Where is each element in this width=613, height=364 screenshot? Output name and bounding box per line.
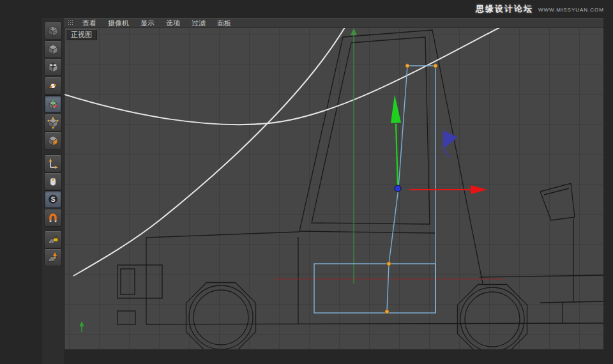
menu-item-view[interactable]: 查看 <box>77 19 102 27</box>
textured-cube-icon <box>47 24 59 37</box>
vertex-point <box>385 310 389 314</box>
view-axis-indicator <box>80 321 84 332</box>
move-gizmo[interactable] <box>391 95 487 194</box>
mouse-icon <box>47 175 59 188</box>
gizmo-z-handle[interactable] <box>443 130 458 157</box>
vertex-point <box>405 64 409 68</box>
mode-toolbar: S <box>42 18 64 364</box>
viewport-menubar: 查看 摄像机 显示 选项 过滤 面板 <box>64 18 603 28</box>
cube-icon <box>47 43 59 56</box>
car-wireframe <box>117 30 603 349</box>
menu-grip-icon[interactable] <box>68 20 73 26</box>
axis-icon <box>47 157 59 170</box>
menu-item-display[interactable]: 显示 <box>135 19 160 27</box>
toolbar-button-magnet-snap[interactable] <box>44 209 62 227</box>
cube-points-icon <box>47 116 59 129</box>
viewport-canvas[interactable] <box>64 28 603 349</box>
gizmo-center-handle[interactable] <box>395 185 401 192</box>
vertex-points[interactable] <box>385 64 437 314</box>
toolbar-button-points-mode[interactable] <box>44 114 62 132</box>
checker-plane-icon <box>47 79 59 92</box>
cube-face-icon <box>47 134 59 147</box>
toolbar-button-model-mode[interactable] <box>44 40 62 58</box>
vertex-point <box>387 262 391 266</box>
view-label[interactable]: 正视图 <box>66 29 97 40</box>
grid-lock-icon <box>47 233 59 246</box>
snap-sphere-icon: S <box>47 193 59 206</box>
viewport[interactable]: 正视图 <box>64 28 603 349</box>
menu-item-options[interactable]: 选项 <box>160 19 186 27</box>
guide-splines <box>64 28 508 276</box>
title-bar: 思缘设计论坛 WWW.MISSYUAN.COM <box>0 0 613 18</box>
grid-arrow-icon <box>47 251 59 264</box>
watermark-title: 思缘设计论坛 <box>476 3 533 15</box>
toolbar-button-make-editable[interactable] <box>44 22 62 40</box>
gizmo-x-arrow[interactable] <box>409 185 487 194</box>
toolbar-button-align-workplane[interactable] <box>44 248 62 266</box>
toolbar-button-enable-axis[interactable] <box>44 155 62 172</box>
toolbar-button-object-mode[interactable] <box>44 95 62 113</box>
menu-item-panel[interactable]: 面板 <box>211 19 237 27</box>
svg-text:S: S <box>51 196 56 203</box>
guide-spline-diagonal <box>73 28 347 276</box>
toolbar-button-workplane-mode[interactable] <box>44 77 62 95</box>
app-window: 思缘设计论坛 WWW.MISSYUAN.COM 查看 摄像机 显示 选项 过滤 … <box>0 0 613 364</box>
menu-item-filter[interactable]: 过滤 <box>186 19 211 27</box>
toolbar-button-lock-workplane[interactable] <box>44 231 62 248</box>
toolbar-button-viewport-solo[interactable] <box>44 172 62 190</box>
magnet-icon <box>47 211 59 224</box>
toolbar-button-polygons-mode[interactable] <box>44 132 62 149</box>
toolbar-button-texture-mode[interactable] <box>44 58 62 76</box>
vertex-point <box>434 64 437 68</box>
watermark-url: WWW.MISSYUAN.COM <box>538 7 604 13</box>
checker-cube-icon <box>47 61 59 73</box>
watermark: 思缘设计论坛 WWW.MISSYUAN.COM <box>476 3 604 15</box>
world-axis-y <box>351 28 357 284</box>
cube-axes-icon <box>47 98 59 110</box>
menu-item-camera[interactable]: 摄像机 <box>102 19 135 27</box>
toolbar-button-enable-snap[interactable]: S <box>44 190 62 208</box>
